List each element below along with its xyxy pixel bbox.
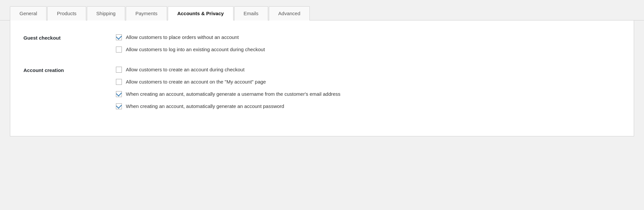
checkbox-label-account-creation-my-account: Allow customers to create an account on …: [126, 78, 266, 85]
checkbox-label-guest-checkout-allow-orders: Allow customers to place orders without …: [126, 34, 239, 41]
tab-products[interactable]: Products: [47, 6, 86, 20]
tab-payments[interactable]: Payments: [126, 6, 167, 20]
checkbox-row-guest-checkout-allow-orders[interactable]: Allow customers to place orders without …: [116, 34, 265, 41]
checkbox-account-creation-during-checkout[interactable]: [116, 67, 122, 73]
section-label-account-creation: Account creation: [23, 66, 116, 73]
tab-emails[interactable]: Emails: [234, 6, 268, 20]
tabs-container: GeneralProductsShippingPaymentsAccounts …: [0, 0, 644, 20]
tab-advanced[interactable]: Advanced: [269, 6, 310, 20]
section-options-guest-checkout: Allow customers to place orders without …: [116, 34, 265, 53]
checkbox-account-creation-auto-password[interactable]: [116, 103, 122, 109]
checkbox-account-creation-my-account[interactable]: [116, 79, 122, 85]
tab-accounts-privacy[interactable]: Accounts & Privacy: [168, 6, 233, 20]
checkbox-label-account-creation-during-checkout: Allow customers to create an account dur…: [126, 66, 244, 73]
checkbox-guest-checkout-allow-login[interactable]: [116, 47, 122, 52]
content-area: Guest checkoutAllow customers to place o…: [10, 20, 634, 136]
checkbox-guest-checkout-allow-orders[interactable]: [116, 34, 122, 40]
page-wrapper: GeneralProductsShippingPaymentsAccounts …: [0, 0, 644, 210]
section-label-guest-checkout: Guest checkout: [23, 34, 116, 41]
section-account-creation: Account creationAllow customers to creat…: [23, 66, 621, 110]
tab-shipping[interactable]: Shipping: [87, 6, 125, 20]
checkbox-label-account-creation-auto-password: When creating an account, automatically …: [126, 103, 284, 110]
checkbox-row-account-creation-my-account[interactable]: Allow customers to create an account on …: [116, 78, 340, 85]
checkbox-row-account-creation-auto-username[interactable]: When creating an account, automatically …: [116, 90, 340, 97]
tab-general[interactable]: General: [10, 6, 47, 20]
checkbox-label-account-creation-auto-username: When creating an account, automatically …: [126, 90, 340, 97]
checkbox-row-account-creation-auto-password[interactable]: When creating an account, automatically …: [116, 103, 340, 110]
checkbox-label-guest-checkout-allow-login: Allow customers to log into an existing …: [126, 46, 265, 53]
checkbox-row-account-creation-during-checkout[interactable]: Allow customers to create an account dur…: [116, 66, 340, 73]
section-options-account-creation: Allow customers to create an account dur…: [116, 66, 340, 110]
checkbox-account-creation-auto-username[interactable]: [116, 91, 122, 97]
section-guest-checkout: Guest checkoutAllow customers to place o…: [23, 34, 621, 53]
checkbox-row-guest-checkout-allow-login[interactable]: Allow customers to log into an existing …: [116, 46, 265, 53]
